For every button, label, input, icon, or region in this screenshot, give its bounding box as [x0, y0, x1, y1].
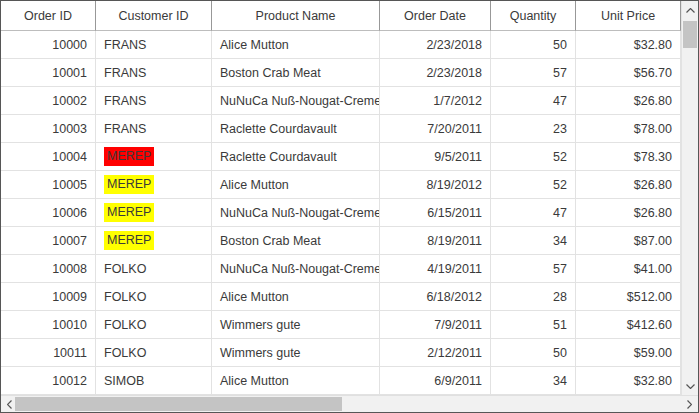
cell-customer-id[interactable]: FRANS [96, 115, 212, 143]
cell-order-date[interactable]: 2/23/2018 [380, 59, 491, 87]
cell-product-name[interactable]: Raclette Courdavault [212, 143, 380, 171]
cell-product-name[interactable]: Boston Crab Meat [212, 59, 380, 87]
table-row: 10011FOLKOWimmers gute2/12/201150$59.00 [1, 339, 681, 367]
cell-unit-price[interactable]: $26.80 [576, 199, 681, 227]
cell-customer-id[interactable]: FOLKO [96, 283, 212, 311]
cell-order-id[interactable]: 10003 [1, 115, 96, 143]
cell-order-id[interactable]: 10012 [1, 367, 96, 395]
cell-unit-price[interactable]: $41.00 [576, 255, 681, 283]
cell-quantity[interactable]: 57 [491, 255, 576, 283]
cell-customer-id[interactable]: MEREP [96, 199, 212, 227]
column-header-order-date[interactable]: Order Date [380, 1, 491, 31]
cell-quantity[interactable]: 57 [491, 59, 576, 87]
header-row: Order IDCustomer IDProduct NameOrder Dat… [1, 1, 681, 31]
column-header-quantity[interactable]: Quantity [491, 1, 576, 31]
cell-product-name[interactable]: NuNuCa Nuß-Nougat-Creme [212, 87, 380, 115]
cell-product-name[interactable]: Wimmers gute [212, 339, 380, 367]
cell-order-date[interactable]: 9/5/2011 [380, 143, 491, 171]
cell-customer-id[interactable]: SIMOB [96, 367, 212, 395]
cell-order-date[interactable]: 8/19/2011 [380, 227, 491, 255]
horizontal-scrollbar-thumb[interactable] [15, 397, 342, 411]
cell-unit-price[interactable]: $412.60 [576, 311, 681, 339]
cell-unit-price[interactable]: $56.70 [576, 59, 681, 87]
cell-quantity[interactable]: 50 [491, 31, 576, 59]
chevron-up-icon [686, 8, 695, 13]
cell-unit-price[interactable]: $32.80 [576, 31, 681, 59]
column-header-product-name[interactable]: Product Name [212, 1, 380, 31]
cell-product-name[interactable]: Alice Mutton [212, 31, 380, 59]
vertical-scrollbar[interactable] [681, 1, 698, 395]
cell-order-id[interactable]: 10001 [1, 59, 96, 87]
cell-quantity[interactable]: 28 [491, 283, 576, 311]
cell-order-date[interactable]: 6/18/2012 [380, 283, 491, 311]
cell-unit-price[interactable]: $87.00 [576, 227, 681, 255]
cell-customer-id[interactable]: FRANS [96, 87, 212, 115]
cell-quantity[interactable]: 34 [491, 227, 576, 255]
cell-product-name[interactable]: Alice Mutton [212, 367, 380, 395]
chevron-right-icon [687, 400, 692, 409]
cell-order-date[interactable]: 2/12/2011 [380, 339, 491, 367]
cell-order-id[interactable]: 10000 [1, 31, 96, 59]
cell-order-id[interactable]: 10002 [1, 87, 96, 115]
cell-customer-id[interactable]: FRANS [96, 59, 212, 87]
cell-customer-id[interactable]: FRANS [96, 31, 212, 59]
cell-customer-id[interactable]: FOLKO [96, 255, 212, 283]
scroll-right-button[interactable] [681, 396, 697, 412]
cell-order-id[interactable]: 10004 [1, 143, 96, 171]
column-header-customer-id[interactable]: Customer ID [96, 1, 212, 31]
cell-order-date[interactable]: 4/19/2011 [380, 255, 491, 283]
cell-quantity[interactable]: 47 [491, 199, 576, 227]
cell-unit-price[interactable]: $26.80 [576, 171, 681, 199]
cell-quantity[interactable]: 34 [491, 367, 576, 395]
cell-order-id[interactable]: 10010 [1, 311, 96, 339]
chevron-down-icon [686, 384, 695, 389]
cell-order-date[interactable]: 1/7/2012 [380, 87, 491, 115]
table-row: 10010FOLKOWimmers gute7/9/201151$412.60 [1, 311, 681, 339]
cell-quantity[interactable]: 47 [491, 87, 576, 115]
cell-quantity[interactable]: 23 [491, 115, 576, 143]
cell-product-name[interactable]: Alice Mutton [212, 171, 380, 199]
cell-quantity[interactable]: 51 [491, 311, 576, 339]
cell-order-id[interactable]: 10009 [1, 283, 96, 311]
cell-product-name[interactable]: NuNuCa Nuß-Nougat-Creme [212, 255, 380, 283]
cell-quantity[interactable]: 52 [491, 143, 576, 171]
table-row: 10007MEREPBoston Crab Meat8/19/201134$87… [1, 227, 681, 255]
cell-customer-id[interactable]: FOLKO [96, 339, 212, 367]
cell-customer-id[interactable]: MEREP [96, 227, 212, 255]
table-row: 10008FOLKONuNuCa Nuß-Nougat-Creme4/19/20… [1, 255, 681, 283]
cell-unit-price[interactable]: $26.80 [576, 87, 681, 115]
cell-order-date[interactable]: 7/9/2011 [380, 311, 491, 339]
horizontal-scrollbar[interactable] [1, 395, 698, 412]
cell-unit-price[interactable]: $32.80 [576, 367, 681, 395]
cell-order-date[interactable]: 6/9/2011 [380, 367, 491, 395]
cell-product-name[interactable]: Wimmers gute [212, 311, 380, 339]
cell-order-date[interactable]: 6/15/2011 [380, 199, 491, 227]
cell-product-name[interactable]: Raclette Courdavault [212, 115, 380, 143]
cell-customer-id[interactable]: FOLKO [96, 311, 212, 339]
cell-unit-price[interactable]: $78.00 [576, 115, 681, 143]
cell-order-date[interactable]: 7/20/2011 [380, 115, 491, 143]
column-header-unit-price[interactable]: Unit Price [576, 1, 681, 31]
grid-content: Order IDCustomer IDProduct NameOrder Dat… [1, 1, 681, 395]
cell-quantity[interactable]: 52 [491, 171, 576, 199]
cell-order-id[interactable]: 10008 [1, 255, 96, 283]
cell-order-date[interactable]: 8/19/2012 [380, 171, 491, 199]
cell-customer-id[interactable]: MEREP [96, 171, 212, 199]
cell-order-id[interactable]: 10011 [1, 339, 96, 367]
cell-unit-price[interactable]: $59.00 [576, 339, 681, 367]
cell-product-name[interactable]: NuNuCa Nuß-Nougat-Creme [212, 199, 380, 227]
cell-product-name[interactable]: Boston Crab Meat [212, 227, 380, 255]
cell-order-id[interactable]: 10006 [1, 199, 96, 227]
cell-quantity[interactable]: 50 [491, 339, 576, 367]
cell-customer-id[interactable]: MEREP [96, 143, 212, 171]
cell-unit-price[interactable]: $512.00 [576, 283, 681, 311]
column-header-order-id[interactable]: Order ID [1, 1, 96, 31]
cell-product-name[interactable]: Alice Mutton [212, 283, 380, 311]
scroll-down-button[interactable] [682, 378, 698, 394]
cell-order-date[interactable]: 2/23/2018 [380, 31, 491, 59]
cell-order-id[interactable]: 10005 [1, 171, 96, 199]
cell-unit-price[interactable]: $78.30 [576, 143, 681, 171]
scroll-up-button[interactable] [682, 2, 698, 18]
cell-order-id[interactable]: 10007 [1, 227, 96, 255]
vertical-scrollbar-thumb[interactable] [683, 21, 697, 48]
